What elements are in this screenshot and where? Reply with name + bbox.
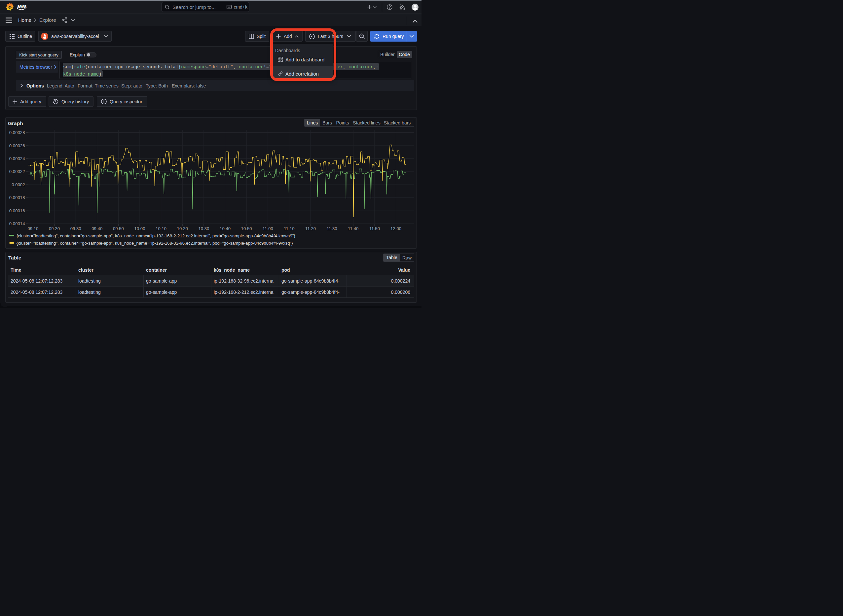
svg-text:0.00016: 0.00016: [9, 208, 25, 213]
svg-text:10:00: 10:00: [134, 226, 145, 231]
svg-text:11:10: 11:10: [284, 226, 294, 231]
svg-text:0.0002: 0.0002: [12, 182, 25, 187]
svg-text:09:20: 09:20: [49, 226, 60, 231]
svg-text:0.00028: 0.00028: [9, 130, 25, 135]
svg-text:11:30: 11:30: [327, 226, 337, 231]
svg-text:0.00026: 0.00026: [9, 143, 25, 148]
svg-text:10:10: 10:10: [156, 226, 166, 231]
svg-text:09:30: 09:30: [70, 226, 81, 231]
svg-text:09:10: 09:10: [28, 226, 38, 231]
svg-text:09:50: 09:50: [113, 226, 124, 231]
svg-text:11:40: 11:40: [348, 226, 358, 231]
svg-text:11:20: 11:20: [305, 226, 316, 231]
svg-text:10:40: 10:40: [220, 226, 231, 231]
svg-text:10:20: 10:20: [177, 226, 188, 231]
svg-text:0.00014: 0.00014: [9, 221, 25, 226]
svg-text:11:00: 11:00: [263, 226, 273, 231]
svg-text:09:40: 09:40: [91, 226, 103, 231]
svg-text:0.00022: 0.00022: [9, 169, 25, 174]
svg-text:0.00018: 0.00018: [9, 195, 25, 200]
svg-text:10:30: 10:30: [198, 226, 209, 231]
svg-text:0.00024: 0.00024: [9, 156, 25, 161]
svg-text:12:00: 12:00: [391, 226, 401, 231]
svg-text:11:50: 11:50: [369, 226, 380, 231]
svg-text:10:50: 10:50: [241, 226, 252, 231]
